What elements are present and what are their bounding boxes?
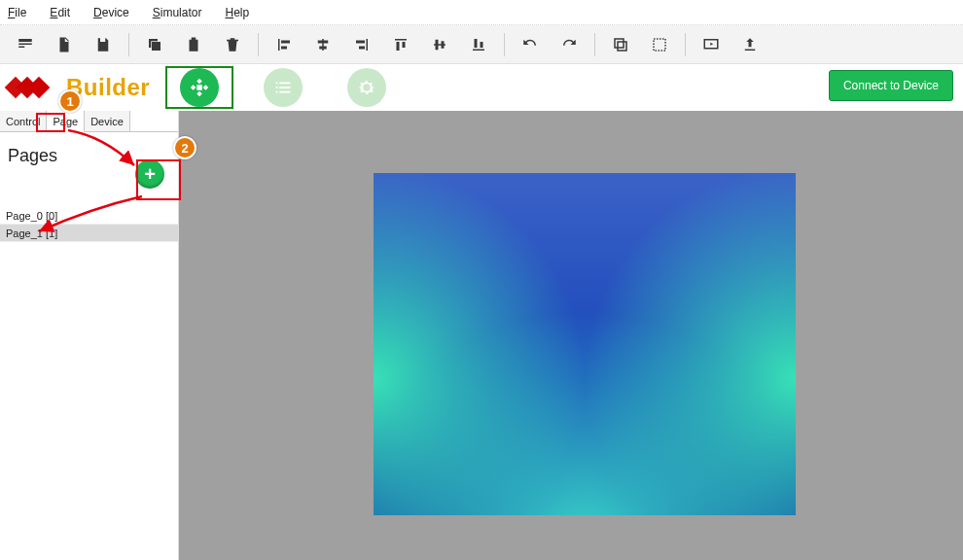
align-top-button[interactable] — [381, 25, 420, 64]
menu-bar: File Edit Device Simulator Help — [0, 0, 963, 25]
connect-device-button[interactable]: Connect to Device — [829, 70, 953, 101]
menu-device[interactable]: Device — [93, 6, 129, 19]
page-preview[interactable] — [374, 173, 796, 515]
separator — [504, 33, 505, 56]
page-list-item[interactable]: Page_0 [0] — [0, 207, 178, 225]
body: Control Page Device Pages + Page_0 [0] P… — [0, 111, 963, 560]
duplicate-button[interactable] — [601, 25, 640, 64]
page-list: Page_0 [0] Page_1 [1] — [0, 207, 178, 242]
delete-button[interactable] — [213, 25, 252, 64]
gear-icon — [347, 68, 386, 107]
align-center-v-button[interactable] — [420, 25, 459, 64]
annotation-marker-1: 1 — [58, 89, 82, 113]
list-icon — [264, 68, 303, 107]
main-toolbar — [0, 25, 963, 64]
header-row: Builder Connect to Device — [0, 64, 963, 111]
sidebar-tabs: Control Page Device — [0, 111, 178, 132]
mode-list-button[interactable] — [249, 66, 317, 109]
paste-button[interactable] — [174, 25, 213, 64]
separator — [685, 33, 686, 56]
mode-settings-button[interactable] — [333, 66, 401, 109]
design-icon — [180, 68, 219, 107]
annotation-marker-2: 2 — [173, 136, 196, 159]
sidebar-tab-device[interactable]: Device — [85, 111, 130, 131]
align-left-button[interactable] — [265, 25, 303, 64]
separator — [128, 33, 129, 56]
menu-file[interactable]: File — [8, 6, 26, 19]
svg-rect-0 — [654, 39, 665, 51]
copy-button[interactable] — [135, 25, 174, 64]
new-project-button[interactable] — [6, 25, 45, 64]
logo-mark-icon — [8, 80, 43, 95]
align-right-button[interactable] — [342, 25, 381, 64]
open-file-button[interactable] — [45, 25, 84, 64]
align-bottom-button[interactable] — [459, 25, 498, 64]
align-center-h-button[interactable] — [303, 25, 342, 64]
sidebar: Control Page Device Pages + Page_0 [0] P… — [0, 111, 179, 560]
mode-design-button[interactable] — [165, 66, 233, 109]
selection-button[interactable] — [640, 25, 679, 64]
separator — [594, 33, 595, 56]
canvas-area[interactable] — [179, 111, 963, 560]
play-preview-button[interactable] — [692, 25, 731, 64]
sidebar-tab-page[interactable]: Page — [47, 111, 85, 132]
menu-edit[interactable]: Edit — [50, 6, 70, 19]
page-list-item[interactable]: Page_1 [1] — [0, 225, 178, 242]
menu-simulator[interactable]: Simulator — [153, 6, 202, 19]
menu-help[interactable]: Help — [225, 6, 249, 19]
mode-tabs — [165, 66, 401, 109]
save-button[interactable] — [84, 25, 123, 64]
add-page-button[interactable]: + — [135, 159, 164, 189]
undo-button[interactable] — [511, 25, 550, 64]
separator — [258, 33, 259, 56]
redo-button[interactable] — [550, 25, 588, 64]
sidebar-tab-control[interactable]: Control — [0, 111, 47, 131]
upload-button[interactable] — [731, 25, 769, 64]
